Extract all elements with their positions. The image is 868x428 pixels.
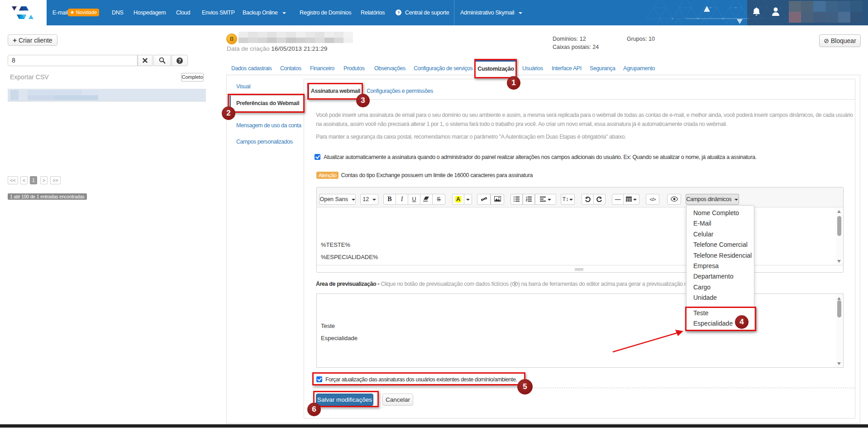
svg-text:?: ?	[397, 10, 400, 15]
svg-text:?: ?	[178, 58, 181, 63]
